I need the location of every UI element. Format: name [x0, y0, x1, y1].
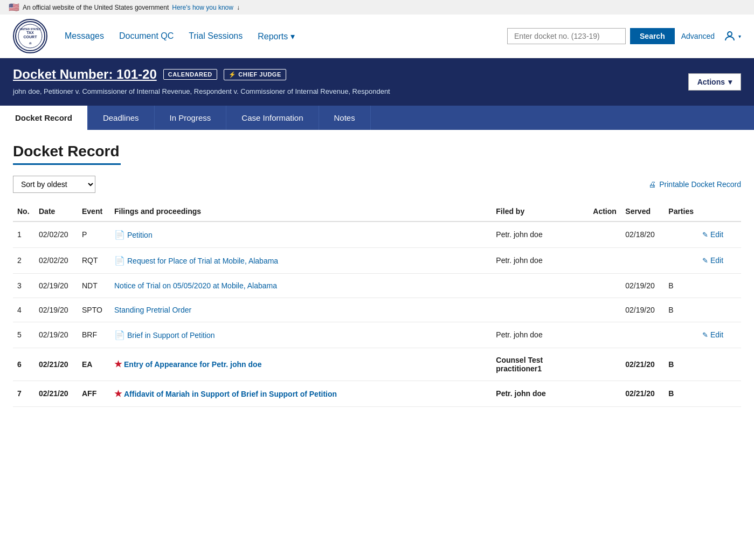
table-row: 6 02/21/20 EA ★Entry of Appearance for P… [13, 348, 741, 381]
col-header-served: Served [621, 202, 664, 222]
row-filed-by: Petr. john doe [492, 247, 589, 273]
row-parties: B [664, 381, 698, 406]
badge-calendared: CALENDARED [163, 69, 217, 80]
row-action [589, 381, 621, 406]
col-header-filed-by: Filed by [492, 202, 589, 222]
user-chevron-icon: ▾ [738, 33, 741, 39]
nav-messages[interactable]: Messages [65, 31, 104, 42]
printer-icon: 🖨 [648, 180, 656, 189]
row-filed-by: Counsel Test practitioner1 [492, 348, 589, 381]
row-filing: ★Entry of Appearance for Petr. john doe [110, 348, 492, 381]
tab-docket-record[interactable]: Docket Record [0, 106, 88, 130]
row-event: BRF [78, 322, 110, 348]
tab-notes[interactable]: Notes [319, 106, 371, 130]
row-date: 02/21/20 [34, 381, 78, 406]
row-served [621, 247, 664, 273]
svg-text:TAX: TAX [26, 31, 34, 34]
filing-link-1[interactable]: Petition [127, 231, 153, 239]
row-date: 02/19/20 [34, 298, 78, 322]
star-icon: ★ [114, 359, 122, 369]
edit-icon: ✎ [702, 257, 708, 265]
row-parties [664, 222, 698, 248]
edit-link-1[interactable]: ✎ Edit [702, 230, 737, 239]
star-icon: ★ [114, 389, 122, 398]
row-filed-by [492, 298, 589, 322]
main-nav: Messages Document QC Trial Sessions Repo… [65, 31, 490, 42]
search-input[interactable] [507, 28, 626, 44]
row-action [589, 273, 621, 298]
row-no: 4 [13, 298, 34, 322]
row-filed-by: Petr. john doe [492, 222, 589, 248]
col-header-event: Event [78, 202, 110, 222]
logo-svg: UNITED STATES TAX COURT ⚖ [15, 20, 46, 52]
logo: UNITED STATES TAX COURT ⚖ [13, 19, 47, 53]
row-no: 6 [13, 348, 34, 381]
row-served: 02/19/20 [621, 298, 664, 322]
tab-in-progress[interactable]: In Progress [155, 106, 227, 130]
document-icon: 📄 [114, 230, 125, 239]
sort-select[interactable]: Sort by oldestSort by newest [13, 176, 95, 193]
row-filing: 📄Request for Place of Trial at Mobile, A… [110, 247, 492, 273]
row-no: 3 [13, 273, 34, 298]
row-no: 1 [13, 222, 34, 248]
filing-link-2[interactable]: Request for Place of Trial at Mobile, Al… [127, 257, 278, 265]
docket-number[interactable]: Docket Number: 101-20 [13, 67, 157, 82]
row-date: 02/21/20 [34, 348, 78, 381]
row-parties: B [664, 273, 698, 298]
filing-link-3[interactable]: Notice of Trial on 05/05/2020 at Mobile,… [114, 281, 277, 290]
actions-button[interactable]: Actions ▾ [688, 73, 741, 91]
row-date: 02/19/20 [34, 322, 78, 348]
row-served: 02/19/20 [621, 273, 664, 298]
row-parties [664, 247, 698, 273]
gov-banner: 🇺🇸 An official website of the United Sta… [0, 0, 754, 15]
edit-link-5[interactable]: ✎ Edit [702, 330, 737, 339]
nav-trial-sessions[interactable]: Trial Sessions [189, 31, 243, 42]
edit-link-2[interactable]: ✎ Edit [702, 256, 737, 265]
table-row: 2 02/02/20 RQT 📄Request for Place of Tri… [13, 247, 741, 273]
col-header-action: Action [589, 202, 621, 222]
row-edit [698, 348, 741, 381]
row-edit [698, 381, 741, 406]
nav-document-qc[interactable]: Document QC [119, 31, 174, 42]
edit-icon: ✎ [702, 231, 708, 239]
document-icon: 📄 [114, 256, 125, 265]
col-header-date: Date [34, 202, 78, 222]
row-no: 2 [13, 247, 34, 273]
tab-deadlines[interactable]: Deadlines [88, 106, 155, 130]
row-event: SPTO [78, 298, 110, 322]
gov-banner-text: An official website of the United States… [23, 4, 169, 11]
filing-link-7[interactable]: Affidavit of Mariah in Support of Brief … [124, 390, 337, 398]
nav-reports[interactable]: Reports ▾ [258, 31, 294, 42]
user-icon [723, 30, 736, 43]
flag-icon: 🇺🇸 [9, 2, 19, 12]
table-row: 7 02/21/20 AFF ★Affidavit of Mariah in S… [13, 381, 741, 406]
row-event: NDT [78, 273, 110, 298]
row-date: 02/02/20 [34, 222, 78, 248]
tab-case-information[interactable]: Case Information [226, 106, 319, 130]
filing-link-6[interactable]: Entry of Appearance for Petr. john doe [124, 360, 261, 369]
row-filed-by [492, 273, 589, 298]
advanced-search-link[interactable]: Advanced [681, 32, 715, 40]
printable-docket-link[interactable]: 🖨 Printable Docket Record [648, 180, 741, 189]
col-header-filings: Filings and proceedings [110, 202, 492, 222]
row-edit: ✎ Edit [698, 222, 741, 248]
svg-text:⚖: ⚖ [29, 42, 32, 45]
col-header-edit [698, 202, 741, 222]
filing-link-4[interactable]: Standing Pretrial Order [114, 306, 191, 314]
search-button[interactable]: Search [630, 28, 675, 44]
table-row: 4 02/19/20 SPTO Standing Pretrial Order … [13, 298, 741, 322]
gov-banner-link[interactable]: Here's how you know [172, 4, 233, 11]
row-event: EA [78, 348, 110, 381]
edit-icon: ✎ [702, 331, 708, 339]
header: UNITED STATES TAX COURT ⚖ Messages Docum… [0, 15, 754, 58]
tabs: Docket Record Deadlines In Progress Case… [0, 106, 754, 130]
search-area: Search Advanced ▾ [507, 28, 741, 44]
row-no: 5 [13, 322, 34, 348]
row-event: RQT [78, 247, 110, 273]
user-menu[interactable]: ▾ [723, 30, 741, 43]
row-served: 02/18/20 [621, 222, 664, 248]
actions-chevron-icon: ▾ [728, 78, 732, 86]
row-action [589, 222, 621, 248]
filing-link-5[interactable]: Brief in Support of Petition [127, 331, 215, 340]
row-date: 02/02/20 [34, 247, 78, 273]
